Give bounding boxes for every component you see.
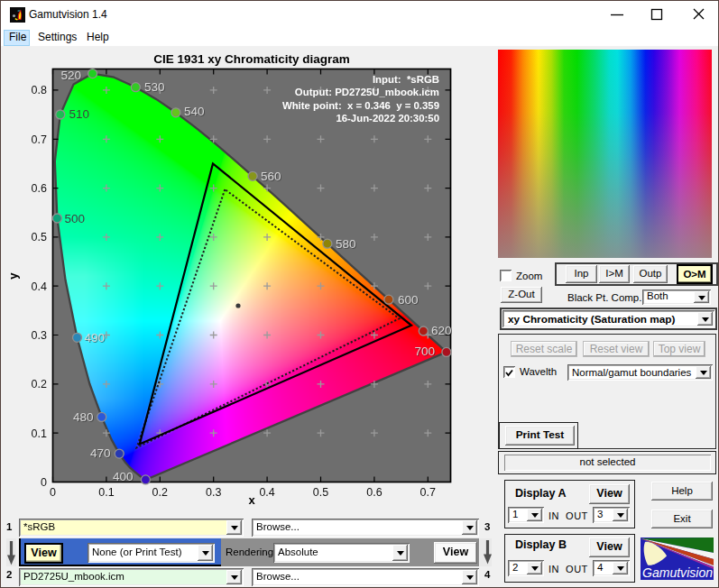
svg-text:620: 620 bbox=[431, 324, 452, 337]
svg-text:490: 490 bbox=[85, 331, 106, 345]
svg-text:0.1: 0.1 bbox=[98, 486, 114, 499]
svg-text:400: 400 bbox=[113, 470, 134, 483]
svg-text:540: 540 bbox=[184, 105, 205, 118]
svg-text:0.6: 0.6 bbox=[32, 182, 47, 195]
svg-text:0: 0 bbox=[41, 476, 47, 489]
svg-text:Output: PD2725U_mbook.icm: Output: PD2725U_mbook.icm bbox=[295, 87, 439, 97]
svg-text:0.4: 0.4 bbox=[259, 486, 274, 499]
svg-text:470: 470 bbox=[90, 446, 111, 460]
svg-text:520: 520 bbox=[60, 69, 81, 82]
svg-text:x: x bbox=[248, 493, 255, 507]
svg-text:White point: x = 0.346 y = 0: White point: x = 0.346 y = 0.359 bbox=[282, 100, 439, 111]
svg-text:480: 480 bbox=[73, 410, 94, 424]
svg-text:0.3: 0.3 bbox=[206, 486, 221, 499]
svg-text:0.8: 0.8 bbox=[32, 84, 47, 96]
svg-text:580: 580 bbox=[336, 237, 356, 251]
svg-text:510: 510 bbox=[69, 107, 90, 121]
svg-text:560: 560 bbox=[261, 170, 281, 183]
svg-text:CIE 1931 xy Chromaticity diagr: CIE 1931 xy Chromaticity diagram bbox=[153, 52, 350, 66]
svg-text:0.3: 0.3 bbox=[32, 329, 47, 342]
svg-text:0.7: 0.7 bbox=[420, 486, 436, 499]
svg-text:0.5: 0.5 bbox=[313, 486, 328, 499]
svg-text:0: 0 bbox=[50, 486, 56, 499]
svg-text:0.2: 0.2 bbox=[32, 378, 47, 390]
svg-text:0.4: 0.4 bbox=[32, 280, 47, 293]
svg-text:0.6: 0.6 bbox=[366, 486, 382, 499]
svg-text:700: 700 bbox=[414, 345, 435, 358]
svg-text:0.1: 0.1 bbox=[32, 427, 47, 440]
svg-text:0.7: 0.7 bbox=[32, 133, 47, 146]
svg-text:y: y bbox=[6, 272, 20, 280]
svg-text:530: 530 bbox=[144, 80, 165, 94]
svg-text:Gamutvision: Gamutvision bbox=[642, 565, 713, 580]
svg-text:16-Jun-2022 20:30:50: 16-Jun-2022 20:30:50 bbox=[336, 113, 439, 124]
svg-text:Input: *sRGB: Input: *sRGB bbox=[373, 74, 439, 85]
svg-text:500: 500 bbox=[65, 212, 86, 225]
svg-text:0.2: 0.2 bbox=[152, 486, 168, 499]
svg-text:600: 600 bbox=[398, 293, 419, 307]
svg-text:0.5: 0.5 bbox=[32, 231, 47, 243]
